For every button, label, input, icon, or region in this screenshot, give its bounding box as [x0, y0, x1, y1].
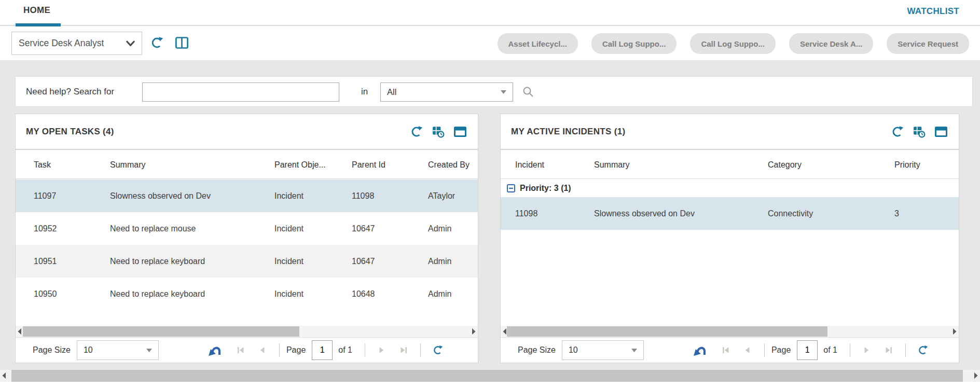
column-header-summary[interactable]: Summary [594, 160, 768, 170]
column-layout-icon[interactable] [175, 36, 188, 49]
cell-summary: Slowness observed on Dev [594, 209, 768, 218]
scroll-right-icon[interactable] [952, 328, 957, 335]
cell-created-by: Admin [428, 257, 478, 266]
quick-filter-service-request[interactable]: Service Request [887, 33, 969, 54]
refresh-icon[interactable] [918, 345, 928, 355]
incidents-grid-header: Incident Summary Category Priority [501, 151, 959, 179]
search-scope-dropdown[interactable]: All [380, 82, 513, 102]
export-schedule-icon[interactable] [432, 126, 445, 138]
incidents-panel-title: MY ACTIVE INCIDENTS (1) [511, 127, 625, 137]
top-tab-bar: HOME WATCHLIST [0, 0, 980, 26]
jump-arrow-icon[interactable] [209, 343, 222, 357]
page-size-value: 10 [84, 345, 146, 355]
divider [279, 343, 280, 357]
cell-parent-object: Incident [274, 289, 352, 299]
column-header-parent-object[interactable]: Parent Obje... [274, 160, 352, 170]
cell-priority: 3 [894, 209, 959, 218]
first-page-icon[interactable] [237, 346, 245, 354]
search-in-label: in [361, 87, 368, 97]
table-row[interactable]: 11098 Slowness observed on Dev Connectiv… [501, 197, 959, 230]
column-header-summary[interactable]: Summary [110, 160, 274, 170]
column-header-priority[interactable]: Priority [894, 160, 959, 170]
active-tab-underline [16, 23, 61, 26]
scroll-right-icon[interactable] [471, 328, 476, 335]
page-number-input[interactable] [312, 340, 333, 360]
triangle-down-icon [501, 90, 506, 94]
tab-home[interactable]: HOME [23, 5, 50, 16]
page-label: Page [286, 345, 306, 355]
incidents-panel-header: MY ACTIVE INCIDENTS (1) [501, 114, 959, 150]
incidents-pager: Page Size 10 Page of 1 [501, 337, 959, 363]
incidents-panel-actions [891, 126, 947, 138]
refresh-icon[interactable] [891, 126, 904, 138]
scroll-left-icon[interactable] [17, 328, 22, 335]
refresh-icon[interactable] [410, 126, 423, 138]
page-horizontal-scrollbar [0, 370, 980, 382]
scrollbar-thumb[interactable] [23, 326, 299, 337]
refresh-icon[interactable] [433, 345, 443, 355]
page-number-input[interactable] [797, 340, 818, 360]
tasks-grid-rows: 11097 Slowness observed on Dev Incident … [16, 179, 478, 310]
search-icon[interactable] [522, 86, 534, 98]
search-input[interactable] [142, 82, 339, 102]
cell-parent-object: Incident [274, 224, 352, 233]
search-label: Need help? Search for [26, 87, 114, 97]
page-of-label: of 1 [823, 345, 837, 355]
column-header-created-by[interactable]: Created By [428, 160, 478, 170]
quick-filter-call-log-2[interactable]: Call Log Suppo... [690, 33, 776, 54]
cell-task: 10952 [34, 224, 110, 233]
column-header-incident[interactable]: Incident [515, 160, 594, 170]
page-size-dropdown[interactable]: 10 [562, 340, 644, 360]
quick-filter-buttons: Asset Lifecycl... Call Log Suppo... Call… [498, 33, 969, 54]
table-row[interactable]: 10952 Need to replace mouse Incident 106… [16, 212, 478, 245]
quick-filter-asset-lifecycle[interactable]: Asset Lifecycl... [498, 33, 578, 54]
cell-parent-object: Incident [274, 191, 352, 201]
page-size-label: Page Size [33, 345, 71, 355]
role-dropdown[interactable]: Service Desk Analyst [11, 32, 142, 55]
collapse-group-icon[interactable] [507, 184, 515, 192]
open-window-icon[interactable] [935, 126, 947, 138]
cell-category: Connectivity [768, 209, 894, 218]
incidents-horizontal-scrollbar [501, 326, 959, 337]
bottom-margin [0, 382, 980, 387]
group-row-priority-3[interactable]: Priority: 3 (1) [501, 179, 959, 197]
cell-task: 10951 [34, 257, 110, 266]
next-page-icon[interactable] [377, 346, 385, 354]
next-page-icon[interactable] [862, 346, 871, 354]
page-size-dropdown[interactable]: 10 [77, 340, 159, 360]
table-row[interactable]: 10950 Need to replace keyboard Incident … [16, 278, 478, 310]
cell-parent-id: 11098 [352, 191, 428, 201]
scrollbar-thumb[interactable] [11, 370, 963, 382]
export-schedule-icon[interactable] [913, 126, 926, 138]
quick-filter-service-desk[interactable]: Service Desk A... [789, 33, 873, 54]
divider [764, 343, 765, 357]
open-window-icon[interactable] [454, 126, 466, 138]
column-header-task[interactable]: Task [34, 160, 110, 170]
scroll-right-icon[interactable] [973, 372, 978, 379]
scroll-left-icon[interactable] [2, 372, 7, 379]
previous-page-icon[interactable] [743, 346, 752, 354]
last-page-icon[interactable] [885, 346, 893, 354]
last-page-icon[interactable] [399, 346, 408, 354]
column-header-category[interactable]: Category [768, 160, 894, 170]
cell-parent-object: Incident [274, 257, 352, 266]
divider [420, 343, 421, 357]
tasks-panel-header: MY OPEN TASKS (4) [16, 114, 478, 150]
group-row-label: Priority: 3 (1) [520, 184, 571, 193]
scrollbar-thumb[interactable] [507, 326, 827, 337]
cell-summary: Need to replace keyboard [110, 257, 274, 266]
watchlist-link[interactable]: WATCHLIST [907, 6, 959, 17]
cell-created-by: ATaylor [428, 191, 478, 201]
jump-arrow-icon[interactable] [694, 343, 707, 357]
column-header-parent-id[interactable]: Parent Id [352, 160, 428, 170]
refresh-icon[interactable] [150, 36, 163, 49]
table-row[interactable]: 11097 Slowness observed on Dev Incident … [16, 179, 478, 212]
quick-filter-call-log-1[interactable]: Call Log Suppo... [591, 33, 677, 54]
toolbar: Service Desk Analyst Asset Lifecycl... C… [0, 27, 980, 60]
first-page-icon[interactable] [722, 346, 730, 354]
my-open-tasks-panel: MY OPEN TASKS (4) Task Summary Parent Ob… [15, 114, 478, 363]
previous-page-icon[interactable] [258, 346, 267, 354]
cell-summary: Slowness observed on Dev [110, 191, 274, 201]
tasks-horizontal-scrollbar [16, 326, 478, 337]
table-row[interactable]: 10951 Need to replace keyboard Incident … [16, 245, 478, 278]
